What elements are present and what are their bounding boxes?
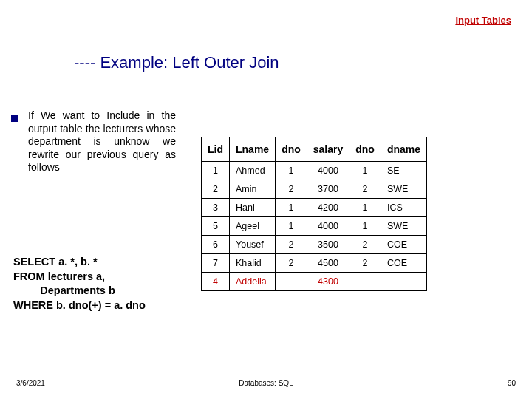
- col-dno2: dno: [349, 137, 381, 162]
- cell-salary: 4000: [307, 162, 349, 180]
- cell-dno1: 1: [276, 162, 307, 180]
- cell-lname: Ahmed: [230, 162, 276, 180]
- cell-lname: Yousef: [230, 236, 276, 254]
- cell-lname: Hani: [230, 199, 276, 217]
- table-row: 3Hani142001ICS: [202, 199, 427, 217]
- cell-dno2: 1: [349, 217, 381, 236]
- cell-dno1: 2: [276, 254, 307, 273]
- cell-lid: 7: [202, 254, 230, 273]
- cell-dno2: 2: [349, 236, 381, 254]
- sql-line: Departments b: [13, 284, 146, 299]
- sql-line: WHERE b. dno(+) = a. dno: [13, 299, 146, 313]
- cell-lid: 1: [202, 162, 230, 180]
- table-row: 4Addella4300: [202, 273, 427, 291]
- input-tables-link[interactable]: Input Tables: [455, 15, 511, 26]
- cell-lname: Amin: [230, 180, 276, 199]
- footer-subject: Databases: SQL: [0, 379, 532, 387]
- col-lname: Lname: [230, 137, 276, 162]
- cell-dname: COE: [381, 236, 426, 254]
- cell-dname: SWE: [381, 217, 426, 236]
- table-row: 1Ahmed140001SE: [202, 162, 427, 180]
- table-row: 2Amin237002SWE: [202, 180, 427, 199]
- cell-lname: Khalid: [230, 254, 276, 273]
- cell-lid: 4: [202, 273, 230, 291]
- cell-dno1: 1: [276, 199, 307, 217]
- cell-lid: 2: [202, 180, 230, 199]
- table-row: 5Ageel140001SWE: [202, 217, 427, 236]
- cell-dno2: 2: [349, 180, 381, 199]
- col-dname: dname: [381, 137, 426, 162]
- table-header-row: Lid Lname dno salary dno dname: [202, 137, 427, 162]
- cell-lid: 5: [202, 217, 230, 236]
- footer-pageno: 90: [508, 379, 516, 387]
- cell-salary: 3500: [307, 236, 349, 254]
- cell-lname: Addella: [230, 273, 276, 291]
- cell-dno1: 2: [276, 180, 307, 199]
- result-table: Lid Lname dno salary dno dname 1Ahmed140…: [201, 137, 427, 291]
- sql-line: FROM lecturers a,: [13, 270, 146, 284]
- cell-salary: 4200: [307, 199, 349, 217]
- cell-dname: [381, 273, 426, 291]
- cell-dno1: 2: [276, 236, 307, 254]
- col-dno: dno: [276, 137, 307, 162]
- sql-query: SELECT a. *, b. * FROM lecturers a, Depa…: [13, 255, 146, 313]
- cell-lid: 6: [202, 236, 230, 254]
- table-row: 6Yousef235002COE: [202, 236, 427, 254]
- cell-dname: COE: [381, 254, 426, 273]
- cell-salary: 4500: [307, 254, 349, 273]
- sql-line: SELECT a. *, b. *: [13, 255, 146, 270]
- cell-salary: 4300: [307, 273, 349, 291]
- col-lid: Lid: [202, 137, 230, 162]
- cell-dname: SE: [381, 162, 426, 180]
- cell-dno1: [276, 273, 307, 291]
- cell-dno2: 1: [349, 199, 381, 217]
- cell-dname: SWE: [381, 180, 426, 199]
- cell-dno2: [349, 273, 381, 291]
- cell-lid: 3: [202, 199, 230, 217]
- col-salary: salary: [307, 137, 349, 162]
- cell-dno2: 1: [349, 162, 381, 180]
- cell-lname: Ageel: [230, 217, 276, 236]
- bullet-icon: [11, 115, 18, 122]
- cell-dname: ICS: [381, 199, 426, 217]
- cell-salary: 4000: [307, 217, 349, 236]
- body-paragraph: If We want to Include in the output tabl…: [28, 109, 176, 174]
- cell-salary: 3700: [307, 180, 349, 199]
- table-row: 7Khalid245002COE: [202, 254, 427, 273]
- slide-title: ---- Example: Left Outer Join: [74, 53, 279, 72]
- cell-dno2: 2: [349, 254, 381, 273]
- cell-dno1: 1: [276, 217, 307, 236]
